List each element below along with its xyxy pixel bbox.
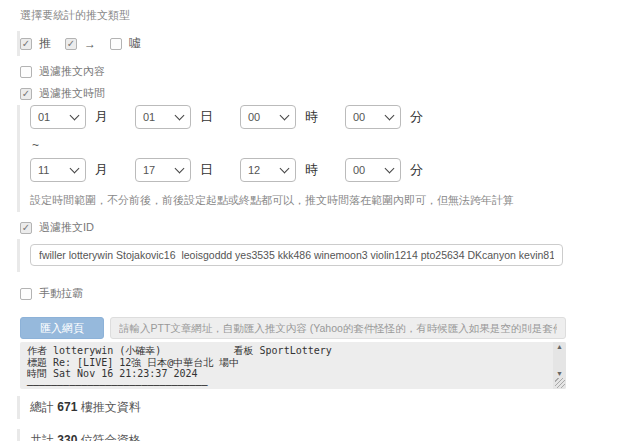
push-type-section-label: 選擇要統計的推文類型 — [20, 8, 620, 23]
time-to-row: 11 月 17 日 12 時 00 分 — [30, 158, 620, 182]
filter-id-row: 過濾推文ID — [20, 220, 620, 235]
push-checkbox[interactable] — [20, 38, 32, 50]
month-unit-label: 月 — [95, 161, 108, 179]
manual-row: 手動拉霸 — [20, 286, 620, 301]
lottery-form: 選擇要統計的推文類型 推 → 噓 過濾推文內容 過濾推文時間 01 月 01 日… — [0, 0, 620, 441]
filter-time-label: 過濾推文時間 — [39, 86, 105, 101]
filter-id-checkbox[interactable] — [20, 222, 32, 234]
total-pushes-stat: 總計 671 樓推文資料 — [17, 396, 620, 419]
filter-time-row: 過濾推文時間 — [20, 86, 620, 101]
day-unit-label: 日 — [200, 108, 213, 126]
qualified-stat: 共計 330 位符合資格 — [17, 429, 620, 441]
push-type-options: 推 → 噓 — [17, 31, 620, 56]
minute-unit-label: 分 — [410, 108, 423, 126]
time-range-tilde: ~ — [32, 138, 620, 152]
time-range-note: 設定時間範圍，不分前後，前後設定起點或終點都可以，推文時間落在範圍內即可，但無法… — [30, 191, 620, 212]
chevron-down-icon — [385, 164, 395, 174]
time-range-block: 01 月 01 日 00 時 00 分 ~ 11 月 17 日 12 時 00 … — [17, 105, 620, 212]
chevron-down-icon — [280, 164, 290, 174]
manual-label: 手動拉霸 — [39, 286, 83, 301]
chevron-down-icon — [70, 111, 80, 121]
import-url-input[interactable] — [110, 317, 566, 339]
arrow-checkbox[interactable] — [65, 38, 77, 50]
push-checkbox-label: 推 — [39, 35, 51, 52]
chevron-down-icon — [385, 111, 395, 121]
from-month-select[interactable]: 01 — [30, 105, 86, 129]
scroll-down-icon[interactable]: ▼ — [553, 369, 566, 378]
time-from-row: 01 月 01 日 00 時 00 分 — [30, 105, 620, 129]
day-unit-label: 日 — [200, 161, 213, 179]
minute-unit-label: 分 — [410, 161, 423, 179]
filter-time-checkbox[interactable] — [20, 88, 32, 100]
boo-checkbox[interactable] — [110, 38, 122, 50]
resize-grip-icon[interactable] — [555, 378, 565, 388]
to-minute-select[interactable]: 00 — [345, 158, 401, 182]
arrow-checkbox-label: → — [84, 37, 96, 51]
push-type-option-push: 推 — [20, 35, 51, 52]
from-minute-select[interactable]: 00 — [345, 105, 401, 129]
chevron-down-icon — [175, 111, 185, 121]
push-type-option-boo: 噓 — [110, 35, 141, 52]
manual-checkbox[interactable] — [20, 288, 32, 300]
article-content: 作者 lotterywin (小確幸) 看板 SportLottery 標題 R… — [20, 342, 566, 389]
scroll-up-icon[interactable]: ▲ — [553, 342, 566, 351]
filter-content-label: 過濾推文內容 — [39, 64, 105, 79]
to-day-select[interactable]: 17 — [135, 158, 191, 182]
hour-unit-label: 時 — [305, 161, 318, 179]
filter-content-row: 過濾推文內容 — [20, 64, 620, 79]
chevron-down-icon — [175, 164, 185, 174]
boo-checkbox-label: 噓 — [129, 35, 141, 52]
import-url-button[interactable]: 匯入網頁 — [20, 317, 104, 339]
qualified-value: 330 — [57, 433, 77, 441]
hour-unit-label: 時 — [305, 108, 318, 126]
push-type-option-arrow: → — [65, 37, 96, 51]
month-unit-label: 月 — [95, 108, 108, 126]
id-filter-input[interactable] — [30, 244, 563, 266]
import-row: 匯入網頁 — [20, 317, 566, 339]
to-month-select[interactable]: 11 — [30, 158, 86, 182]
total-pushes-value: 671 — [57, 400, 77, 414]
from-day-select[interactable]: 01 — [135, 105, 191, 129]
filter-id-label: 過濾推文ID — [39, 220, 94, 235]
from-hour-select[interactable]: 00 — [240, 105, 296, 129]
id-filter-block — [17, 239, 620, 272]
to-hour-select[interactable]: 12 — [240, 158, 296, 182]
filter-content-checkbox[interactable] — [20, 66, 32, 78]
chevron-down-icon — [70, 164, 80, 174]
chevron-down-icon — [280, 111, 290, 121]
article-textarea[interactable]: 作者 lotterywin (小確幸) 看板 SportLottery 標題 R… — [20, 342, 566, 389]
